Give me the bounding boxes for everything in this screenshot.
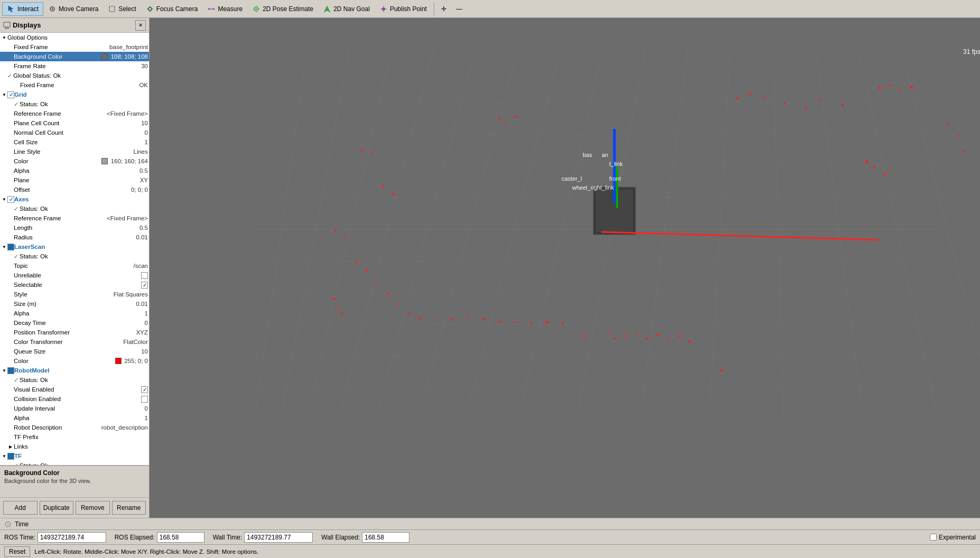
wall-elapsed-input[interactable] xyxy=(362,532,409,543)
remove-button[interactable]: Remove xyxy=(76,501,110,515)
axes-toggle[interactable]: ▼ xyxy=(1,196,7,202)
experimental-check[interactable] xyxy=(930,534,937,541)
size-row: Size (m) 0.01 xyxy=(0,299,149,309)
extra-button-1[interactable]: ✛ xyxy=(436,2,451,16)
minus-icon: — xyxy=(456,5,462,13)
selectable-check[interactable] xyxy=(141,282,148,289)
axes-check[interactable] xyxy=(7,196,14,203)
focus-camera-button[interactable]: Focus Camera xyxy=(141,2,203,16)
publish-point-button[interactable]: Publish Point xyxy=(375,2,432,16)
scan-dot xyxy=(614,338,617,340)
scan-dot xyxy=(398,303,399,305)
robotmodel-row[interactable]: ▼ RobotModel xyxy=(0,366,149,375)
nav-icon xyxy=(323,5,331,13)
grid-status-row: ✓ Status: Ok xyxy=(0,99,149,109)
normal-cell-count-row: Normal Cell Count 0 xyxy=(0,128,149,137)
scan-dot xyxy=(889,169,891,170)
collision-enabled-check[interactable] xyxy=(141,396,148,403)
global-options-row[interactable]: ▼ Global Options xyxy=(0,33,149,42)
publish-point-label: Publish Point xyxy=(390,5,427,13)
robot-label-an: an xyxy=(602,152,608,158)
viewport[interactable]: bas an t_link caster_l front wheel_right… xyxy=(150,18,980,518)
scan-dot xyxy=(958,134,959,136)
robotmodel-check[interactable] xyxy=(7,367,14,374)
experimental-label: Experimental xyxy=(939,534,976,541)
global-options-toggle[interactable]: ▼ xyxy=(1,34,7,41)
queue-size-row: Queue Size 10 xyxy=(0,347,149,356)
displays-header: Displays ✕ xyxy=(0,18,149,33)
scan-dot xyxy=(900,89,901,91)
wall-time-input[interactable] xyxy=(244,532,313,543)
tf-toggle[interactable]: ▼ xyxy=(1,453,7,459)
collision-enabled-row: Collision Enabled xyxy=(0,394,149,404)
grid-check[interactable] xyxy=(7,91,14,98)
fixed-frame-row: Fixed Frame base_footprint xyxy=(0,42,149,52)
scan-dot xyxy=(688,340,690,342)
laserscan-check[interactable] xyxy=(7,244,14,250)
robot-label-tlink: t_link xyxy=(609,161,623,167)
wall-elapsed-item: Wall Elapsed: xyxy=(321,532,409,543)
extra-button-2[interactable]: — xyxy=(451,2,467,16)
plane-cell-count-row: Plane Cell Count 10 xyxy=(0,118,149,128)
axes-row[interactable]: ▼ Axes xyxy=(0,194,149,204)
ros-time-label: ROS Time: xyxy=(4,534,35,541)
2d-nav-button[interactable]: 2D Nav Goal xyxy=(318,2,375,16)
interact-button[interactable]: Interact xyxy=(2,2,43,16)
focus-icon xyxy=(146,5,154,13)
laserscan-toggle[interactable]: ▼ xyxy=(1,244,7,250)
select-button[interactable]: Select xyxy=(103,2,141,16)
status-check: ✓ xyxy=(7,72,12,79)
grid-row[interactable]: ▼ Grid xyxy=(0,90,149,99)
grid-overlay: bas an t_link caster_l front wheel_right… xyxy=(150,18,980,518)
info-title: Background Color xyxy=(4,469,145,477)
scan-alpha-row: Alpha 1 xyxy=(0,309,149,318)
add-button[interactable]: Add xyxy=(3,501,38,515)
tf-check[interactable] xyxy=(7,453,14,460)
2d-pose-button[interactable]: 2D Pose Estimate xyxy=(247,2,318,16)
scan-dot xyxy=(609,332,611,334)
move-camera-button[interactable]: Move Camera xyxy=(43,2,103,16)
tf-status-row: ✓ Status: Ok xyxy=(0,461,149,466)
move-camera-label: Move Camera xyxy=(59,5,98,13)
visual-enabled-check[interactable] xyxy=(141,386,148,393)
pos-transformer-row: Position Transformer XYZ xyxy=(0,328,149,337)
time-label: Time xyxy=(15,520,29,528)
laserscan-row[interactable]: ▼ LaserScan xyxy=(0,242,149,252)
laserscan-topic-row: Topic /scan xyxy=(0,261,149,271)
fixed-frame-ok-row: Fixed Frame OK xyxy=(0,80,149,90)
axes-radius-row: Radius 0.01 xyxy=(0,232,149,242)
ros-elapsed-input[interactable] xyxy=(157,532,204,543)
scan-dot xyxy=(387,293,389,295)
background-color-row[interactable]: Background Color 108; 108; 108 xyxy=(0,52,149,61)
reset-button[interactable]: Reset xyxy=(4,546,30,557)
scan-dot xyxy=(451,318,453,320)
scan-dot xyxy=(514,116,516,118)
scan-line xyxy=(601,232,879,240)
displays-close-button[interactable]: ✕ xyxy=(135,20,146,31)
tf-row[interactable]: ▼ TF xyxy=(0,451,149,461)
ros-elapsed-item: ROS Elapsed: xyxy=(115,532,204,543)
wall-elapsed-label: Wall Elapsed: xyxy=(321,534,360,541)
axes-status-row: ✓ Status: Ok xyxy=(0,204,149,213)
robot-label-bas: bas xyxy=(583,152,592,158)
grid-color-row: Color 160; 160; 164 xyxy=(0,156,149,166)
links-row[interactable]: ▶ Links xyxy=(0,442,149,451)
line-style-row: Line Style Lines xyxy=(0,147,149,156)
grid-toggle[interactable]: ▼ xyxy=(1,91,7,98)
plane-row: Plane XY xyxy=(0,175,149,185)
svg-point-4 xyxy=(148,7,152,11)
unreliable-check[interactable] xyxy=(141,272,148,279)
style-row: Style Flat Squares xyxy=(0,290,149,299)
tree-panel[interactable]: ▼ Global Options Fixed Frame base_footpr… xyxy=(0,33,149,466)
scan-dot xyxy=(865,161,868,163)
rename-button[interactable]: Rename xyxy=(112,501,146,515)
robotmodel-toggle[interactable]: ▼ xyxy=(1,367,7,374)
scan-dot xyxy=(763,96,765,98)
duplicate-button[interactable]: Duplicate xyxy=(40,501,74,515)
scan-dot xyxy=(333,298,335,300)
scan-dot xyxy=(805,107,807,109)
scan-dot xyxy=(371,153,373,154)
links-toggle[interactable]: ▶ xyxy=(7,443,14,450)
measure-button[interactable]: Measure xyxy=(202,2,247,16)
ros-time-input[interactable] xyxy=(38,532,106,543)
